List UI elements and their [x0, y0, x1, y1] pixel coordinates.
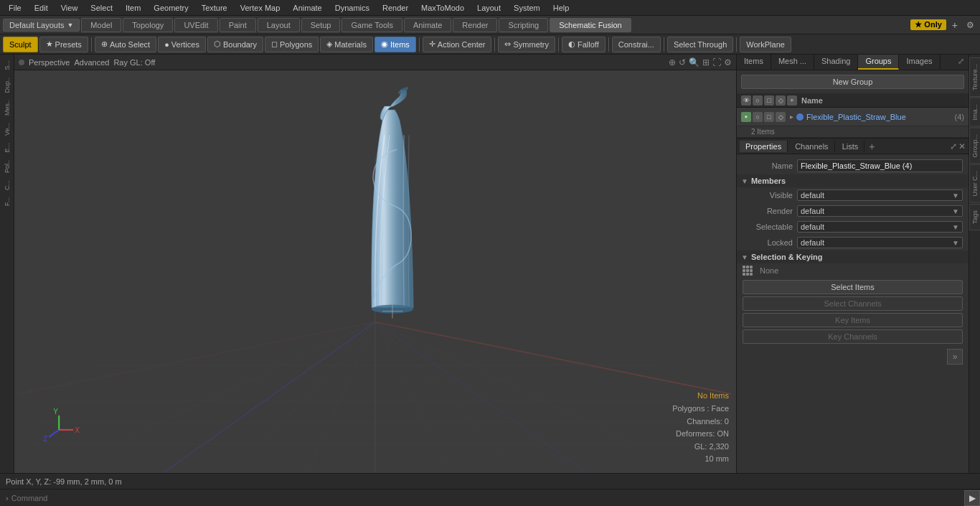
viewport-ray-gl[interactable]: Ray GL: Off [113, 58, 155, 67]
items-button[interactable]: ◉ Items [374, 37, 416, 52]
left-panel-pol[interactable]: Pol.. [2, 157, 12, 176]
props-tab-properties[interactable]: Properties [740, 141, 788, 152]
tab-mesh[interactable]: Mesh ... [771, 55, 814, 70]
menu-texture[interactable]: Texture [196, 2, 233, 14]
col-eye-icon[interactable]: 👁 [741, 95, 751, 106]
boundary-button[interactable]: ⬡ Boundary [207, 37, 263, 52]
col-plus-icon[interactable]: + [787, 95, 797, 106]
tab-shading[interactable]: Shading [814, 55, 858, 70]
materials-button[interactable]: ◈ Materials [320, 37, 373, 52]
only-badge[interactable]: ★ Only [910, 19, 946, 30]
left-panel-mes[interactable]: Mes.. [2, 97, 12, 118]
expand-right-button[interactable]: » [947, 349, 963, 365]
tab-items[interactable]: Items [737, 55, 771, 70]
gi-ref-icon[interactable]: ◇ [776, 112, 786, 122]
falloff-button[interactable]: ◐ Falloff [562, 37, 606, 52]
props-tab-lists[interactable]: Lists [837, 141, 865, 152]
viewport-move-icon[interactable]: ⊕ [669, 57, 676, 67]
symmetry-button[interactable]: ⇔ Symmetry [498, 37, 555, 52]
group-expand-icon[interactable]: ▸ [790, 113, 793, 121]
layout-tab-schematic-fusion[interactable]: Schematic Fusion [550, 18, 631, 32]
select-channels-button[interactable]: Select Channels [743, 296, 963, 311]
side-tab-ima[interactable]: Ima... [969, 98, 981, 127]
side-tab-group[interactable]: Group... [969, 128, 981, 164]
auto-select-button[interactable]: ⊕ Auto Select [95, 37, 156, 52]
props-tab-channels[interactable]: Channels [789, 141, 834, 152]
viewport-rotate-icon[interactable]: ↺ [679, 57, 686, 67]
layout-tab-layout[interactable]: Layout [258, 18, 300, 32]
render-dropdown[interactable]: default ▼ [797, 205, 963, 217]
props-plus-icon[interactable]: + [866, 141, 877, 152]
selectable-dropdown[interactable]: default ▼ [797, 221, 963, 233]
presets-button[interactable]: ★ Presets [39, 37, 88, 52]
col-render-icon[interactable]: ○ [753, 95, 763, 106]
side-tab-user[interactable]: User C... [969, 164, 981, 203]
props-expand-icon[interactable]: ⤢ [950, 141, 957, 151]
members-section-header[interactable]: ▼ Members [737, 174, 969, 187]
command-run-button[interactable]: ▶ [964, 490, 980, 506]
key-channels-button[interactable]: Key Channels [743, 329, 963, 344]
layout-tab-render[interactable]: Render [453, 18, 497, 32]
sculpt-button[interactable]: Sculpt [3, 37, 38, 52]
left-panel-c[interactable]: C... [2, 177, 12, 193]
action-center-button[interactable]: ✛ Action Center [423, 37, 492, 52]
menu-select[interactable]: Select [85, 2, 118, 14]
layout-dropdown[interactable]: Default Layouts ▼ [3, 19, 80, 32]
locked-dropdown[interactable]: default ▼ [797, 237, 963, 248]
viewport-fit-icon[interactable]: ⊞ [702, 57, 710, 67]
layout-tab-game-tools[interactable]: Game Tools [341, 18, 402, 32]
menu-render[interactable]: Render [377, 2, 414, 14]
name-input[interactable] [797, 159, 963, 172]
props-close-icon[interactable]: ✕ [958, 141, 966, 151]
new-group-button[interactable]: New Group [741, 75, 964, 89]
left-panel-dup[interactable]: Dup.. [2, 75, 12, 96]
key-items-button[interactable]: Key Items [743, 313, 963, 327]
menu-edit[interactable]: Edit [29, 2, 54, 14]
work-plane-button[interactable]: WorkPlane [740, 37, 791, 52]
viewport[interactable]: Perspective Advanced Ray GL: Off ⊕ ↺ 🔍 ⊞… [14, 55, 736, 473]
tab-groups[interactable]: Groups [858, 55, 899, 70]
layout-tab-topology[interactable]: Topology [123, 18, 173, 32]
menu-layout[interactable]: Layout [471, 2, 507, 14]
gi-box-icon[interactable]: □ [764, 112, 774, 122]
select-items-button[interactable]: Select Items [743, 280, 963, 294]
layout-plus-icon[interactable]: + [949, 19, 961, 31]
menu-system[interactable]: System [508, 2, 546, 14]
layout-gear-icon[interactable]: ⚙ [963, 20, 977, 30]
sel-keying-section-header[interactable]: ▼ Selection & Keying [737, 250, 969, 263]
gi-eye-icon[interactable]: ● [741, 112, 751, 122]
tab-images[interactable]: Images [899, 55, 940, 70]
menu-view[interactable]: View [55, 2, 84, 14]
menu-vertex-map[interactable]: Vertex Map [235, 2, 286, 14]
menu-item[interactable]: Item [120, 2, 146, 14]
gi-render-icon[interactable]: ○ [753, 112, 763, 122]
left-panel-f[interactable]: F... [2, 195, 12, 209]
command-input[interactable] [11, 494, 964, 502]
left-panel-e[interactable]: E... [2, 140, 12, 156]
layout-tab-scripting[interactable]: Scripting [499, 18, 548, 32]
col-ref-icon[interactable]: ◇ [776, 95, 786, 106]
menu-maxtomodo[interactable]: MaxToModo [415, 2, 470, 14]
col-lock-icon[interactable]: □ [764, 95, 774, 106]
menu-animate[interactable]: Animate [287, 2, 327, 14]
expand-icon[interactable]: ⤢ [953, 55, 969, 70]
menu-help[interactable]: Help [547, 2, 575, 14]
viewport-canvas[interactable]: X Y Z No Items Polygons : Face Channels:… [14, 70, 736, 473]
side-tab-texture[interactable]: Texture... [969, 57, 981, 97]
viewport-perspective[interactable]: Perspective [29, 58, 70, 67]
viewport-advanced[interactable]: Advanced [74, 58, 109, 67]
viewport-zoom-icon[interactable]: 🔍 [689, 57, 699, 67]
layout-tab-uvedit[interactable]: UVEdit [174, 18, 217, 32]
layout-tab-setup[interactable]: Setup [301, 18, 341, 32]
side-tab-tags[interactable]: Tags [969, 204, 981, 230]
layout-tab-animate[interactable]: Animate [404, 18, 451, 32]
select-through-button[interactable]: Select Through [667, 37, 733, 52]
polygons-button[interactable]: ◻ Polygons [265, 37, 319, 52]
viewport-maximize-icon[interactable]: ⛶ [712, 57, 721, 67]
layout-tab-paint[interactable]: Paint [220, 18, 256, 32]
group-item[interactable]: ● ○ □ ◇ ▸ Flexible_Plastic_Straw_Blue (4… [737, 108, 969, 126]
menu-dynamics[interactable]: Dynamics [329, 2, 375, 14]
viewport-settings-icon[interactable]: ⚙ [724, 57, 732, 67]
menu-file[interactable]: File [3, 2, 27, 14]
left-panel-sculpt[interactable]: S... [2, 57, 12, 73]
